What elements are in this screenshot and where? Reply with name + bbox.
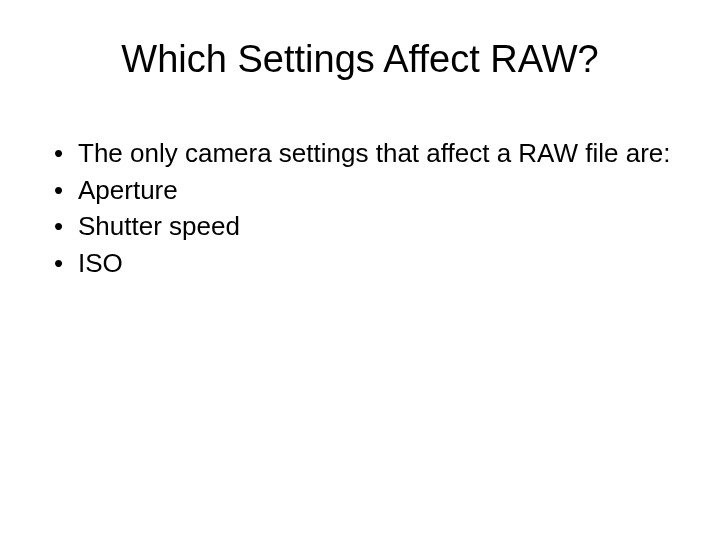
bullet-item: ISO (48, 247, 680, 280)
slide-title: Which Settings Affect RAW? (40, 38, 680, 81)
bullet-item: Aperture (48, 174, 680, 207)
slide-container: Which Settings Affect RAW? The only came… (0, 0, 720, 540)
bullet-item: Shutter speed (48, 210, 680, 243)
slide-content: The only camera settings that affect a R… (40, 137, 680, 279)
bullet-item: The only camera settings that affect a R… (48, 137, 680, 170)
bullet-list: The only camera settings that affect a R… (48, 137, 680, 279)
